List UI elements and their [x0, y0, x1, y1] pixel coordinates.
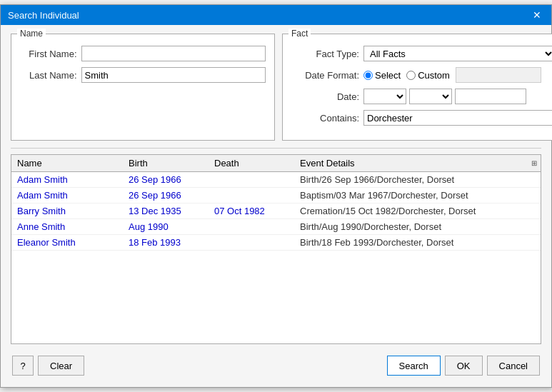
- date-text-input[interactable]: [455, 89, 526, 104]
- row-birth: 13 Dec 1935: [126, 206, 211, 216]
- footer-left: ? Clear: [12, 356, 84, 376]
- col-name-header: Name: [11, 158, 126, 169]
- date-label: Date:: [291, 91, 359, 102]
- date-month-select[interactable]: [409, 89, 452, 104]
- sort-icon: ⊞: [528, 158, 541, 169]
- row-name: Anne Smith: [11, 221, 126, 232]
- results-panel: Name Birth Death Event Details ⊞ Adam Sm…: [11, 154, 541, 344]
- last-name-label: Last Name:: [20, 70, 77, 81]
- contains-label: Contains:: [291, 113, 359, 124]
- date-format-row: Date Format: Select Custom: [291, 67, 552, 83]
- table-row[interactable]: Adam Smith 26 Sep 1966 Birth/26 Sep 1966…: [11, 172, 541, 188]
- date-format-radio-group: Select Custom: [363, 67, 541, 83]
- title-bar: Search Individual ✕: [1, 5, 551, 25]
- date-format-label: Date Format:: [291, 70, 359, 81]
- first-name-label: First Name:: [20, 49, 77, 59]
- row-name: Barry Smith: [11, 206, 126, 216]
- date-inputs: [363, 89, 526, 104]
- table-row[interactable]: Adam Smith 26 Sep 1966 Baptism/03 Mar 19…: [11, 188, 541, 203]
- col-event-header: Event Details: [297, 158, 528, 169]
- radio-custom-label[interactable]: Custom: [406, 70, 450, 81]
- first-name-input[interactable]: [81, 46, 266, 61]
- row-event: Baptism/03 Mar 1967/Dorchester, Dorset: [297, 190, 541, 201]
- dialog-body: Name First Name: Last Name: Fact Fact Ty…: [1, 25, 551, 387]
- row-birth: 26 Sep 1966: [126, 190, 211, 201]
- radio-select-text: Select: [375, 70, 401, 81]
- footer: ? Clear Search OK Cancel: [11, 351, 541, 378]
- clear-button[interactable]: Clear: [38, 356, 84, 376]
- radio-custom-text: Custom: [418, 70, 450, 81]
- row-birth: 26 Sep 1966: [126, 174, 211, 185]
- results-table-body[interactable]: Adam Smith 26 Sep 1966 Birth/26 Sep 1966…: [11, 172, 541, 343]
- first-name-row: First Name:: [20, 46, 266, 61]
- row-event: Birth/26 Sep 1966/Dorchester, Dorset: [297, 174, 541, 185]
- row-birth: 18 Feb 1993: [126, 237, 211, 248]
- results-header: Name Birth Death Event Details ⊞: [11, 155, 541, 172]
- top-panels: Name First Name: Last Name: Fact Fact Ty…: [11, 34, 541, 141]
- custom-date-input[interactable]: [456, 67, 541, 83]
- fact-type-row: Fact Type: All Facts Birth Death Marriag…: [291, 46, 552, 61]
- row-event: Birth/18 Feb 1993/Dorchester, Dorset: [297, 237, 541, 248]
- help-button[interactable]: ?: [12, 356, 34, 376]
- dialog-title: Search Individual: [8, 10, 79, 21]
- search-button[interactable]: Search: [387, 356, 441, 376]
- date-qualifier-select[interactable]: [363, 89, 406, 104]
- radio-select[interactable]: [363, 71, 373, 80]
- results-table-wrap: Adam Smith 26 Sep 1966 Birth/26 Sep 1966…: [11, 172, 541, 343]
- last-name-row: Last Name:: [20, 67, 266, 83]
- fact-panel-legend: Fact: [288, 29, 311, 39]
- table-row[interactable]: Barry Smith 13 Dec 1935 07 Oct 1982 Crem…: [11, 203, 541, 219]
- fact-panel: Fact Fact Type: All Facts Birth Death Ma…: [282, 34, 552, 141]
- close-button[interactable]: ✕: [530, 9, 544, 21]
- last-name-input[interactable]: [81, 67, 266, 83]
- row-birth: Aug 1990: [126, 221, 211, 232]
- row-event: Birth/Aug 1990/Dorchester, Dorset: [297, 221, 541, 232]
- radio-select-label[interactable]: Select: [363, 70, 401, 81]
- col-death-header: Death: [211, 158, 297, 169]
- row-death: 07 Oct 1982: [211, 206, 297, 216]
- fact-type-label: Fact Type:: [291, 49, 359, 59]
- fact-type-select[interactable]: All Facts Birth Death Marriage Baptism C…: [363, 46, 552, 61]
- search-individual-dialog: Search Individual ✕ Name First Name: Las…: [0, 4, 552, 388]
- ok-button[interactable]: OK: [445, 356, 483, 376]
- name-panel: Name First Name: Last Name:: [11, 34, 275, 141]
- col-birth-header: Birth: [126, 158, 211, 169]
- cancel-button[interactable]: Cancel: [487, 356, 540, 376]
- row-name: Adam Smith: [11, 190, 126, 201]
- row-event: Cremation/15 Oct 1982/Dorchester, Dorset: [297, 206, 541, 216]
- footer-right: Search OK Cancel: [387, 356, 540, 376]
- name-panel-legend: Name: [17, 29, 46, 39]
- contains-row: Contains:: [291, 110, 552, 126]
- contains-input[interactable]: [363, 110, 552, 126]
- row-name: Adam Smith: [11, 174, 126, 185]
- radio-custom[interactable]: [406, 71, 416, 80]
- row-name: Eleanor Smith: [11, 237, 126, 248]
- divider: [11, 148, 541, 149]
- table-row[interactable]: Eleanor Smith 18 Feb 1993 Birth/18 Feb 1…: [11, 235, 541, 251]
- table-row[interactable]: Anne Smith Aug 1990 Birth/Aug 1990/Dorch…: [11, 219, 541, 235]
- date-row: Date:: [291, 89, 552, 104]
